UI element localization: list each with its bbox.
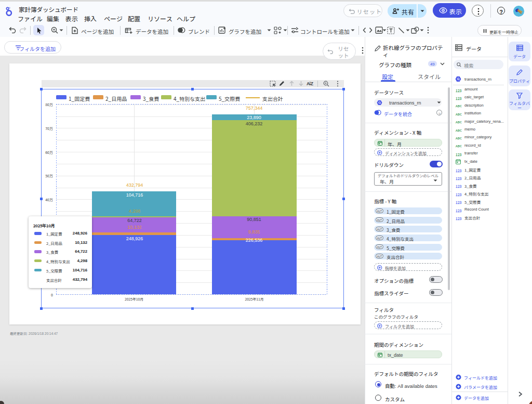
svg-text:A: A xyxy=(307,81,310,86)
svg-text:Z: Z xyxy=(311,81,314,86)
